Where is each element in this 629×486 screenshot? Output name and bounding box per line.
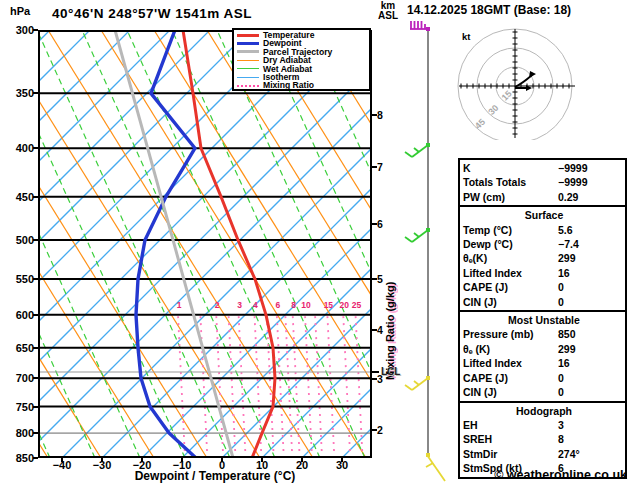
km-tick-label: 5 <box>377 273 383 285</box>
sounding-chart-page: hPa 40°46'N 248°57'W 1541m ASL km ASL 14… <box>0 0 629 486</box>
legend-swatch-mixing-ratio <box>237 85 259 87</box>
table-row-value: 16 <box>558 356 625 370</box>
table-row-value: 16 <box>558 266 625 280</box>
mixing-ratio-value-label: 25 <box>347 300 367 310</box>
table-row-label: Totals Totals <box>463 175 558 189</box>
table-section-title: Hodograph <box>463 404 625 418</box>
table-row: Dewp (°C)−7.4 <box>463 237 625 251</box>
table-row: PW (cm)0.29 <box>463 190 625 204</box>
temp-tick <box>341 458 343 462</box>
table-row: Pressure (mb)850 <box>463 327 625 341</box>
legend-row: Mixing Ratio <box>237 81 369 89</box>
km-tick <box>372 429 377 431</box>
barb-anchor-dot <box>426 143 430 147</box>
wind-barb <box>426 455 445 481</box>
mixing-ratio-line <box>356 315 363 458</box>
pressure-tick-label: 450 <box>0 191 34 203</box>
copyright-footer: © weatheronline.co.uk <box>494 468 627 482</box>
table-row-value: 8 <box>558 432 625 446</box>
pressure-tick-label: 600 <box>0 309 34 321</box>
run-date-label: 14.12.2025 18GMT (Base: 18) <box>407 3 571 17</box>
hodograph-unit-label: kt <box>462 31 471 42</box>
table-row-label: Lifted Index <box>463 266 558 280</box>
wind-barb-column <box>400 20 450 486</box>
pressure-tick <box>33 29 38 31</box>
temp-tick <box>301 458 303 462</box>
lcl-marker-label: LCL <box>381 366 400 377</box>
temp-tick <box>61 458 63 462</box>
table-section: Most UnstablePressure (mb)850θₑ (K)299Li… <box>460 310 625 400</box>
table-row-value: 0 <box>558 280 625 294</box>
wind-barb <box>405 378 428 390</box>
pressure-tick-label: 550 <box>0 273 34 285</box>
pressure-tick-label: 300 <box>0 24 34 36</box>
page-title: 40°46'N 248°57'W 1541m ASL <box>52 6 252 21</box>
mixing-ratio-line <box>239 315 246 458</box>
pressure-tick <box>33 314 38 316</box>
mixing-ratio-line <box>229 315 236 458</box>
pressure-tick-label: 800 <box>0 427 34 439</box>
pressure-tick-label: 750 <box>0 401 34 413</box>
pressure-tick <box>33 239 38 241</box>
skewt-plot <box>38 30 372 458</box>
table-row: CIN (J)0 <box>463 385 625 399</box>
temp-tick <box>221 458 223 462</box>
table-row-label: EH <box>463 418 558 432</box>
table-row-label: θₑ (K) <box>463 342 558 356</box>
table-section: K−9999Totals Totals−9999PW (cm)0.29 <box>460 160 625 205</box>
table-row-label: Lifted Index <box>463 356 558 370</box>
pressure-tick <box>33 147 38 149</box>
km-tick <box>372 223 377 225</box>
table-row-value: 0 <box>558 371 625 385</box>
table-row-label: CAPE (J) <box>463 280 558 294</box>
km-tick-label: 6 <box>377 218 383 230</box>
table-row-label: K <box>463 161 558 175</box>
table-row: θₑ (K)299 <box>463 342 625 356</box>
table-row: θₑ(K)299 <box>463 251 625 265</box>
mixing-ratio-line <box>305 315 312 458</box>
table-row: EH3 <box>463 418 625 432</box>
pressure-tick <box>33 92 38 94</box>
table-row: CAPE (J)0 <box>463 280 625 294</box>
lcl-tick <box>372 371 379 373</box>
table-row-value: 850 <box>558 327 625 341</box>
km-tick <box>372 278 377 280</box>
table-row-label: Dewp (°C) <box>463 237 558 251</box>
barb-anchor-dot <box>426 453 430 457</box>
km-tick <box>372 329 377 331</box>
pressure-tick <box>33 406 38 408</box>
table-row-label: Temp (°C) <box>463 223 558 237</box>
pressure-tick-label: 650 <box>0 342 34 354</box>
legend-swatch-isotherm <box>237 77 259 78</box>
legend-swatch-temperature <box>237 34 259 37</box>
pressure-tick-label: 500 <box>0 234 34 246</box>
km-tick-label: 8 <box>377 109 383 121</box>
mixing-ratio-axis-label: Mixing Ratio (g/kg) <box>384 220 396 380</box>
table-row-value: 0 <box>558 385 625 399</box>
pressure-tick <box>33 347 38 349</box>
pressure-tick <box>33 196 38 198</box>
pressure-tick-label: 400 <box>0 142 34 154</box>
mixing-ratio-value-label: 2 <box>207 300 227 310</box>
table-row-label: StmDir <box>463 447 558 461</box>
mixing-ratio-value-label: 4 <box>245 300 265 310</box>
pressure-tick-label: 850 <box>0 452 34 464</box>
table-section: HodographEH3SREH8StmDir274°StmSpd (kt)6 <box>460 401 625 477</box>
pressure-tick <box>33 432 38 434</box>
pressure-tick <box>33 278 38 280</box>
km-tick <box>372 114 377 116</box>
table-section-title: Surface <box>463 208 625 222</box>
table-row: Temp (°C)5.6 <box>463 223 625 237</box>
legend-label: Mixing Ratio <box>263 81 314 89</box>
table-row: K−9999 <box>463 161 625 175</box>
mixing-ratio-value-label: 1 <box>169 300 189 310</box>
altitude-axis-unit: km ASL <box>374 1 402 21</box>
mixing-ratio-value-label: 10 <box>296 300 316 310</box>
wind-barb <box>410 21 428 29</box>
table-row-label: Pressure (mb) <box>463 327 558 341</box>
x-axis-title: Dewpoint / Temperature (°C) <box>80 469 350 483</box>
pressure-tick-label: 700 <box>0 372 34 384</box>
km-tick <box>372 378 377 380</box>
barb-anchor-dot <box>426 27 430 31</box>
pressure-tick-label: 350 <box>0 87 34 99</box>
